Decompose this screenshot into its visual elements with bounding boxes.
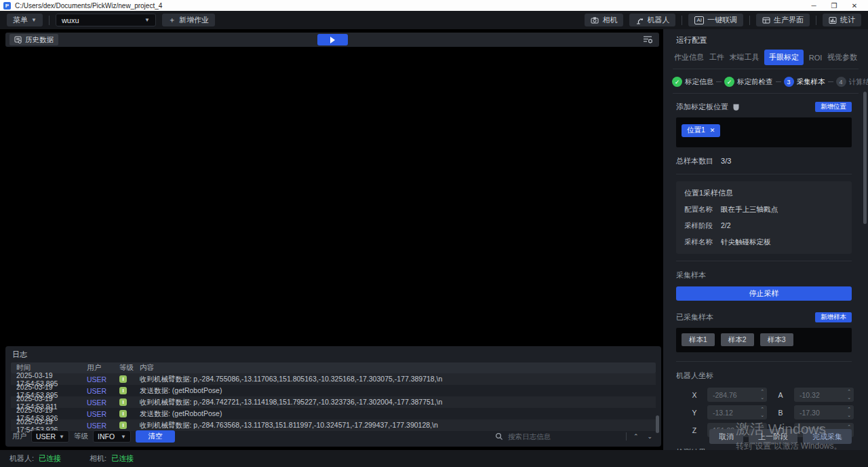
cancel-button[interactable]: 取消: [709, 429, 743, 444]
sampling-info-card: 位置1采样信息 配置名称眼在手上三轴戳点 采样阶段2/2 采样名称针尖触碰标定板: [676, 181, 852, 254]
robot-status-label: 机器人:: [9, 453, 34, 464]
divider: [682, 16, 682, 25]
axis-label-x: X: [687, 391, 702, 399]
panel-body: 添加标定板位置 新增位置 位置1 ✕ 总样本数目 3/3 位置1采样信息 配置名…: [663, 102, 868, 467]
log-panel: 日志 时间 用户 等级 内容 2025-03-19 17:54:53,895 U…: [5, 346, 661, 447]
tab-vision-params[interactable]: 视觉参数: [827, 52, 857, 62]
history-data-button[interactable]: 历史数据: [9, 34, 58, 45]
panel-footer: 取消 上一阶段 完成采集: [709, 429, 852, 444]
job-select-value: wuxu: [62, 16, 79, 24]
panel-scrollbar[interactable]: [863, 92, 867, 224]
add-position-button[interactable]: 新增位置: [815, 102, 852, 112]
level-filter-label: 等级: [74, 432, 88, 441]
menu-dropdown[interactable]: 菜单 ▼: [7, 14, 43, 26]
step-number-icon: 4: [836, 77, 846, 87]
bar-chart-icon: [829, 16, 837, 24]
display-settings-button[interactable]: [643, 35, 653, 44]
user-filter-value: USER: [36, 432, 56, 441]
run-button[interactable]: [317, 34, 348, 45]
spinner-arrows[interactable]: ⌃⌄: [847, 388, 851, 400]
one-key-debug-button[interactable]: AI 一键联调: [688, 14, 743, 26]
robot-status-value: 已连接: [39, 453, 61, 464]
divider: [49, 16, 50, 25]
divider: [749, 16, 750, 25]
sample-chip[interactable]: 样本3: [760, 333, 793, 346]
coord-value-y[interactable]: [707, 405, 767, 419]
sampling-stage-label: 采样阶段: [684, 221, 713, 229]
close-icon[interactable]: ✕: [710, 127, 715, 134]
log-row[interactable]: 2025-03-19 17:54:53,895 USER I 发送数据: (ge…: [11, 385, 656, 396]
log-row[interactable]: 2025-03-19 17:54:53,911 USER I 收到机械臂数据: …: [11, 396, 656, 408]
log-title: 日志: [5, 346, 661, 362]
log-row[interactable]: 2025-03-19 17:54:53,926 USER I 发送数据: (ge…: [11, 408, 656, 419]
step-label-collect-samples[interactable]: 采集样本: [797, 77, 825, 87]
tab-hand-eye-calibration[interactable]: 手眼标定: [764, 50, 804, 65]
sample-chip[interactable]: 样本1: [682, 333, 715, 346]
step-label-compute-result[interactable]: 计算结果: [849, 77, 868, 87]
minimize-button[interactable]: ─: [804, 2, 824, 10]
search-prev-icon[interactable]: ⌃: [631, 433, 641, 440]
config-name-row: 配置名称眼在手上三轴戳点: [684, 205, 844, 214]
collect-samples-label: 采集样本: [676, 270, 852, 280]
user-filter-select[interactable]: USER ▼: [31, 430, 69, 443]
coord-input-x: ⌃⌄: [707, 388, 767, 402]
log-user: USER: [87, 422, 119, 430]
sampling-name-value: 针尖触碰标定板: [721, 238, 771, 246]
run-config-panel: 运行配置 作业信息 工件 末端工具 手眼标定 ROI 视觉参数 ✓ 标定信息 ✓…: [663, 29, 868, 450]
step-label-precheck[interactable]: 标定前检查: [737, 77, 773, 87]
finish-collect-button[interactable]: 完成采集: [803, 429, 852, 444]
tab-workpiece[interactable]: 工件: [709, 52, 724, 62]
log-row[interactable]: 2025-03-19 17:54:53,895 USER I 收到机械臂数据: …: [11, 373, 656, 385]
axis-label-y: Y: [687, 409, 702, 417]
info-level-icon: I: [119, 398, 127, 406]
axis-label-b: B: [772, 409, 789, 417]
coord-value-x[interactable]: [707, 388, 767, 402]
production-ui-button[interactable]: 生产界面: [756, 14, 810, 26]
robot-status: 机器人: 已连接: [9, 453, 61, 464]
coord-value-b[interactable]: [794, 405, 854, 419]
statistics-button[interactable]: 统计: [823, 14, 861, 26]
maximize-button[interactable]: ❐: [824, 2, 844, 10]
level-filter-value: INFO: [98, 432, 115, 441]
add-sample-button[interactable]: 新增样本: [815, 312, 852, 322]
samples-box: 样本1 样本2 样本3: [676, 328, 852, 352]
level-filter-select[interactable]: INFO ▼: [93, 430, 131, 443]
history-data-label: 历史数据: [25, 35, 54, 45]
chevron-down-icon: ▼: [144, 17, 150, 23]
camera-button[interactable]: 相机: [585, 14, 623, 26]
spinner-arrows[interactable]: ⌃⌄: [760, 406, 764, 418]
tab-end-tool[interactable]: 末端工具: [729, 52, 759, 62]
chevron-down-icon: ▼: [59, 434, 64, 440]
coord-input-b: ⌃⌄: [794, 405, 854, 419]
ai-icon: AI: [694, 16, 704, 24]
log-table-header: 时间 用户 等级 内容: [11, 362, 656, 373]
viewport-toolbar: 历史数据: [5, 33, 659, 47]
info-level-icon: I: [119, 387, 127, 394]
log-scrollbar[interactable]: [656, 415, 659, 433]
previous-stage-button[interactable]: 上一阶段: [749, 429, 797, 444]
user-filter-label: 用户: [12, 432, 26, 441]
log-search-input[interactable]: [508, 432, 621, 441]
log-content: 收到机械臂数据: p,-284.742721,-13.114198,151.79…: [140, 398, 656, 407]
stop-sampling-button[interactable]: 停止采样: [676, 286, 852, 301]
close-button[interactable]: ✕: [844, 2, 865, 10]
step-connector: [776, 81, 781, 82]
tab-job-info[interactable]: 作业信息: [674, 52, 704, 62]
position-tag[interactable]: 位置1 ✕: [682, 124, 720, 137]
sample-chip[interactable]: 样本2: [721, 333, 754, 346]
divider: [676, 261, 852, 261]
search-next-icon[interactable]: ⌄: [645, 433, 654, 440]
tab-roi[interactable]: ROI: [809, 54, 823, 62]
shield-help-icon[interactable]: [732, 103, 740, 111]
robot-button[interactable]: 机器人: [629, 14, 675, 26]
clear-log-button[interactable]: 清空: [136, 430, 175, 443]
chevron-down-icon: ▼: [31, 17, 37, 23]
spinner-arrows[interactable]: ⌃⌄: [847, 406, 851, 418]
new-job-button[interactable]: ＋ 新增作业: [162, 14, 215, 26]
step-label-calib-info[interactable]: 标定信息: [685, 77, 713, 87]
coord-value-a[interactable]: [794, 388, 854, 402]
axis-label-z: Z: [687, 426, 702, 434]
camera-icon: [591, 16, 599, 24]
spinner-arrows[interactable]: ⌃⌄: [760, 388, 764, 400]
job-select[interactable]: wuxu ▼: [56, 14, 156, 26]
